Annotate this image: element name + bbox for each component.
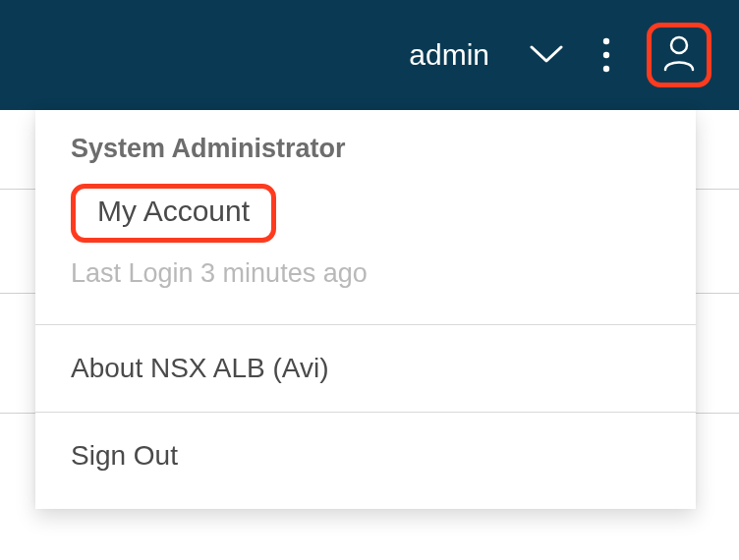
my-account-link[interactable]: My Account [71,184,276,243]
username-label: admin [409,38,489,72]
sign-out-menu-item[interactable]: Sign Out [71,413,660,499]
kebab-menu-icon[interactable] [594,35,619,75]
svg-point-0 [603,38,609,44]
user-dropdown-menu: System Administrator My Account Last Log… [35,110,696,509]
svg-point-1 [603,52,609,58]
user-menu-button[interactable] [647,23,711,87]
user-role-label: System Administrator [71,134,660,164]
about-menu-item[interactable]: About NSX ALB (Avi) [71,325,660,412]
chevron-down-icon[interactable] [527,35,566,75]
svg-point-2 [603,66,609,72]
last-login-label: Last Login 3 minutes ago [71,258,660,289]
svg-point-3 [671,37,687,53]
topbar: admin [0,0,739,110]
user-icon [662,34,696,76]
